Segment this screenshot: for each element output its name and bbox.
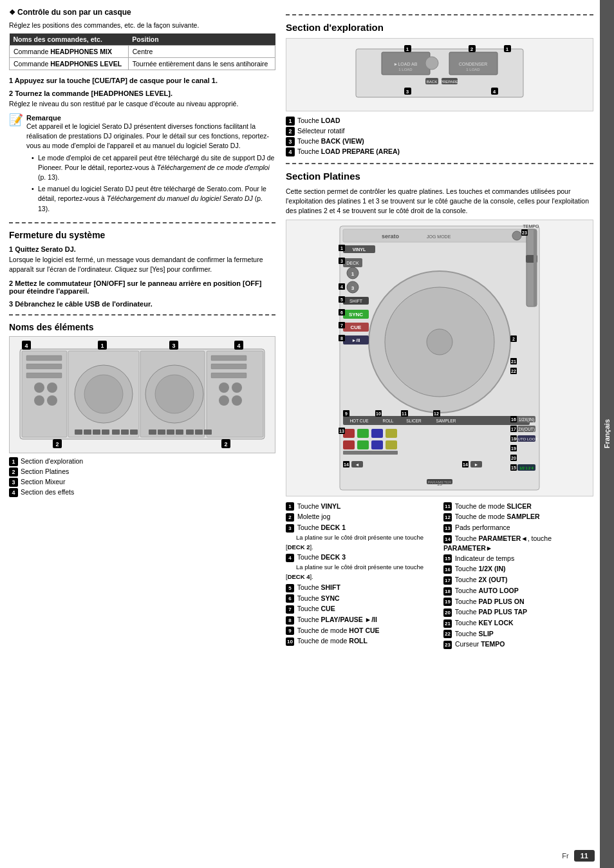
list-item: 3 Touche BACK (VIEW) — [286, 137, 593, 146]
svg-rect-158 — [343, 451, 398, 455]
platines-section: Section Platines Cette section permet de… — [286, 171, 593, 649]
svg-point-19 — [219, 382, 229, 393]
platines-diagram-svg: serato JOG MODE VINYL 1 — [337, 223, 543, 493]
svg-text:15: 15 — [511, 466, 516, 470]
step2-body: Réglez le niveau du son restitué par le … — [9, 99, 275, 109]
svg-text:22: 22 — [511, 369, 516, 373]
list-item: 17 Touche 2X (OUT) — [443, 575, 593, 585]
svg-text:CONDENSER: CONDENSER — [459, 62, 488, 66]
casque-intro: Réglez les positions des commandes, etc.… — [9, 21, 275, 30]
svg-text:VINYL: VINYL — [353, 247, 366, 252]
svg-text:16: 16 — [511, 417, 516, 422]
svg-text:SHIFT: SHIFT — [349, 299, 363, 303]
note-content: Remarque Cet appareil et le logiciel Ser… — [26, 114, 275, 215]
separator-1 — [9, 222, 275, 223]
list-item: 3 Touche DECK 1La platine sur le côté dr… — [286, 523, 436, 551]
fermeture-step1-body: Lorsque le logiciel est fermé, un messag… — [9, 255, 275, 274]
svg-rect-28 — [121, 429, 129, 435]
list-item: 3 Section Mixeur — [9, 478, 275, 487]
svg-point-8 — [155, 375, 194, 413]
svg-rect-33 — [176, 429, 183, 435]
svg-text:6: 6 — [340, 310, 343, 315]
svg-rect-25 — [93, 429, 100, 435]
list-item: 9 Touche de mode HOT CUE — [286, 626, 436, 636]
svg-rect-155 — [357, 440, 369, 449]
noms-label-1: Section d'exploration — [21, 457, 83, 466]
svg-text:◄: ◄ — [355, 462, 360, 467]
svg-point-56 — [425, 57, 438, 70]
svg-text:14: 14 — [344, 462, 349, 467]
svg-point-12 — [34, 382, 44, 393]
svg-text:DECK: DECK — [346, 261, 359, 265]
page-number-badge: 11 — [574, 850, 595, 862]
list-item: 5 Touche SHIFT — [286, 583, 436, 592]
svg-text:1 LOAD: 1 LOAD — [398, 68, 413, 71]
noms-label-3: Section Mixeur — [21, 478, 65, 487]
svg-text:8: 8 — [340, 336, 343, 341]
table-cell-pos2: Tournée entièrement dans le sens antihor… — [128, 58, 275, 70]
svg-point-6 — [84, 375, 123, 413]
svg-rect-154 — [343, 440, 355, 449]
svg-text:4: 4 — [24, 343, 28, 349]
list-item: 22 Touche SLIP — [443, 629, 593, 639]
fermeture-title: Fermeture du système — [9, 230, 275, 240]
table-cell-pos1: Centre — [128, 46, 275, 58]
list-item: 4 Touche DECK 3La platine sur le côté dr… — [286, 552, 436, 581]
svg-rect-27 — [112, 429, 120, 435]
svg-text:1: 1 — [406, 46, 409, 52]
svg-point-82 — [427, 329, 452, 355]
svg-rect-36 — [204, 429, 212, 435]
fermeture-section: Fermeture du système 1 Quittez Serato DJ… — [9, 230, 275, 308]
list-item: 12 Touche de mode SAMPLER — [443, 512, 593, 522]
svg-rect-18 — [211, 373, 247, 378]
svg-text:2: 2 — [512, 337, 515, 341]
svg-text:TEMPO: TEMPO — [523, 224, 539, 229]
svg-text:4: 4 — [237, 343, 240, 349]
svg-rect-10 — [26, 364, 62, 369]
bullet-2: Le manuel du logiciel Serato DJ peut êtr… — [32, 184, 275, 214]
list-item: 6 Touche SYNC — [286, 594, 436, 603]
table-col1: Noms des commandes, etc. — [10, 33, 129, 46]
svg-text:SYNC: SYNC — [349, 312, 363, 317]
svg-text:21: 21 — [511, 359, 516, 364]
svg-text:7: 7 — [340, 323, 343, 328]
list-item: 7 Touche CUE — [286, 604, 436, 614]
noms-label-list: 1 Section d'exploration 2 Section Platin… — [9, 457, 275, 497]
svg-rect-9 — [26, 355, 62, 361]
list-item: 16 Touche 1/2X (IN) — [443, 564, 593, 574]
svg-text:10: 10 — [376, 411, 381, 416]
list-item: 21 Touche KEY LOCK — [443, 618, 593, 628]
language-label: Français — [603, 419, 611, 448]
list-item: 19 Touche PAD PLUS ON — [443, 597, 593, 607]
svg-text:2X(OUT): 2X(OUT) — [518, 427, 535, 432]
svg-text:14: 14 — [463, 462, 468, 467]
fermeture-step1-title: 1 Quittez Serato DJ. — [9, 245, 275, 253]
svg-point-20 — [232, 382, 242, 393]
svg-text:serato: serato — [382, 233, 400, 240]
note-bullets: Le mode d'emploi de cet appareil peut êt… — [26, 153, 275, 214]
noms-label-4: Section des effets — [21, 488, 74, 497]
svg-rect-146 — [534, 229, 537, 307]
svg-text:SLICER: SLICER — [406, 419, 422, 423]
svg-text:17: 17 — [511, 427, 516, 431]
table-row: Commande HEADPHONES MIX Centre — [10, 46, 275, 58]
note-title: Remarque — [26, 114, 275, 122]
noms-diagram-svg: 4 1 3 4 2 — [17, 339, 268, 449]
svg-text:1: 1 — [340, 246, 343, 250]
note-box: 📝 Remarque Cet appareil et le logiciel S… — [9, 114, 275, 215]
svg-text:12: 12 — [434, 411, 439, 416]
svg-text:4: 4 — [340, 285, 343, 289]
list-item: 18 Touche AUTO LOOP — [443, 586, 593, 596]
table-col2: Position — [128, 33, 275, 46]
svg-point-22 — [232, 395, 242, 406]
svg-text:1/2 1 2 4: 1/2 1 2 4 — [519, 466, 533, 470]
list-item: 10 Touche de mode ROLL — [286, 636, 436, 646]
svg-text:2: 2 — [470, 46, 474, 52]
list-item: 1 Touche LOAD — [286, 117, 593, 126]
num-badge-1: 1 — [9, 457, 18, 466]
fermeture-step3-title: 3 Débranchez le câble USB de l'ordinateu… — [9, 300, 275, 308]
svg-text:5: 5 — [340, 297, 343, 302]
svg-text:3: 3 — [172, 343, 175, 349]
platines-intro: Cette section permet de contrôler les qu… — [286, 187, 593, 216]
svg-text:2: 2 — [224, 441, 227, 448]
